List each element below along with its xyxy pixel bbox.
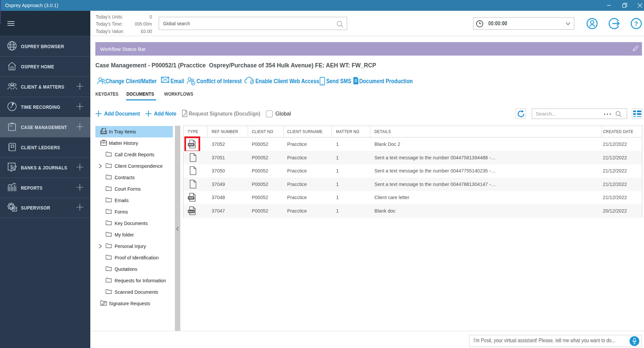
svg-text:?: ? — [635, 21, 638, 27]
svg-text:DOCX: DOCX — [188, 211, 194, 213]
svg-text:www: www — [9, 45, 14, 47]
svg-text:PDF: PDF — [189, 197, 194, 199]
